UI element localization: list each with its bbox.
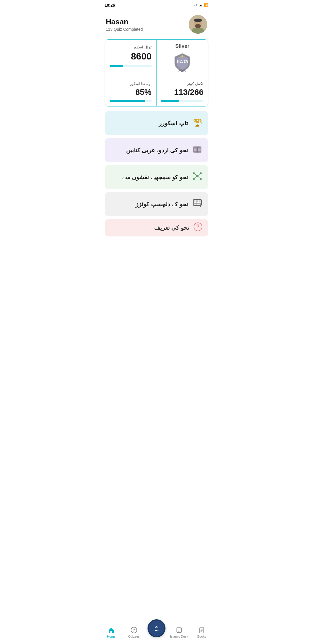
book-icon	[192, 144, 203, 156]
status-icons: 🛡 ☁ 📶	[194, 3, 208, 7]
svg-point-3	[195, 24, 201, 28]
top-scorer-svg: ★	[192, 117, 203, 127]
svg-point-12	[201, 120, 202, 121]
menu-section: ٹاپ اسکورر ★ نحو کی اردو، عر	[100, 110, 213, 263]
svg-text:C: C	[199, 200, 201, 202]
diagrams-item[interactable]: نحو کو سمجھیے نقشوں سے	[105, 165, 208, 189]
username: Hasan	[106, 17, 143, 26]
top-scorer-item[interactable]: ٹاپ اسکورر ★	[105, 111, 208, 135]
svg-rect-9	[197, 124, 198, 125]
diagrams-text: نحو کو سمجھیے نقشوں سے	[122, 174, 188, 181]
top-scorer-text: ٹاپ اسکورر	[159, 120, 188, 127]
silver-badge-icon: SILVER	[172, 52, 193, 73]
total-score-fill	[110, 65, 123, 67]
completed-progress	[161, 100, 203, 102]
definition-item[interactable]: نحو کی تعریف ?	[105, 219, 208, 236]
svg-point-11	[201, 122, 202, 124]
avg-score-fill	[110, 100, 145, 102]
silver-badge-cell: Silver SILVER	[156, 40, 208, 76]
avatar	[189, 15, 207, 34]
svg-line-38	[200, 204, 201, 205]
svg-point-4	[194, 19, 202, 22]
svg-rect-8	[195, 126, 199, 127]
svg-text:SILVER: SILVER	[177, 60, 188, 63]
svg-line-27	[197, 173, 201, 176]
completed-cell: تکمل کوئز 113/266	[156, 76, 208, 106]
interesting-quizzes-item[interactable]: نحو کے دلچسپ کوئزز A B C	[105, 192, 208, 216]
books-text: نحو کی اردو، عربی کتابیں	[126, 147, 188, 154]
books-svg	[192, 144, 203, 154]
silver-label: Silver	[175, 43, 189, 49]
svg-text:A: A	[194, 200, 195, 202]
help-svg: ?	[193, 222, 203, 231]
quiz-count: 113 Quiz Completed	[106, 27, 143, 32]
interesting-quizzes-text: نحو کے دلچسپ کوئزز	[136, 201, 188, 208]
svg-line-29	[197, 176, 201, 179]
total-score-value: 8600	[110, 51, 152, 62]
completed-value: 113/266	[161, 88, 203, 97]
header-text: Hasan 113 Quiz Completed	[106, 17, 143, 32]
quizzes-svg: A B C	[192, 198, 203, 208]
books-item[interactable]: نحو کی اردو، عربی کتابیں	[105, 138, 208, 162]
avg-score-progress	[110, 100, 152, 102]
completed-label: تکمل کوئز	[161, 82, 203, 86]
network-icon	[192, 171, 203, 183]
avg-score-cell: اوسطا اسکور 85%	[105, 76, 156, 106]
help-icon: ?	[193, 222, 203, 234]
completed-fill	[161, 100, 179, 102]
trophy-icon: ★	[192, 117, 203, 129]
quiz-icon: A B C	[192, 198, 203, 210]
total-score-cell: ٹوٹل اسکور 8600	[105, 40, 156, 76]
svg-rect-7	[196, 125, 199, 126]
cloud-icon: ☁	[199, 3, 202, 7]
signal-icon: 📶	[204, 3, 208, 7]
header: Hasan 113 Quiz Completed	[100, 10, 213, 37]
shield-icon: 🛡	[194, 3, 197, 7]
avg-score-value: 85%	[110, 88, 152, 97]
total-score-progress	[110, 65, 152, 67]
total-score-label: ٹوٹل اسکور	[110, 45, 152, 49]
svg-text:?: ?	[196, 224, 200, 229]
avg-score-label: اوسطا اسکور	[110, 82, 152, 86]
status-time: 10:26	[105, 3, 115, 8]
svg-line-26	[194, 173, 197, 176]
diagrams-svg	[192, 171, 203, 181]
svg-text:B: B	[197, 200, 198, 202]
stats-grid: ٹوٹل اسکور 8600 Silver SILVER اوسطا اسکو…	[105, 39, 208, 106]
svg-line-28	[194, 176, 197, 179]
avatar-image	[189, 15, 207, 34]
svg-text:★: ★	[196, 119, 199, 122]
definition-text: نحو کی تعریف	[154, 224, 189, 231]
status-bar: 10:26 🛡 ☁ 📶	[100, 0, 213, 10]
